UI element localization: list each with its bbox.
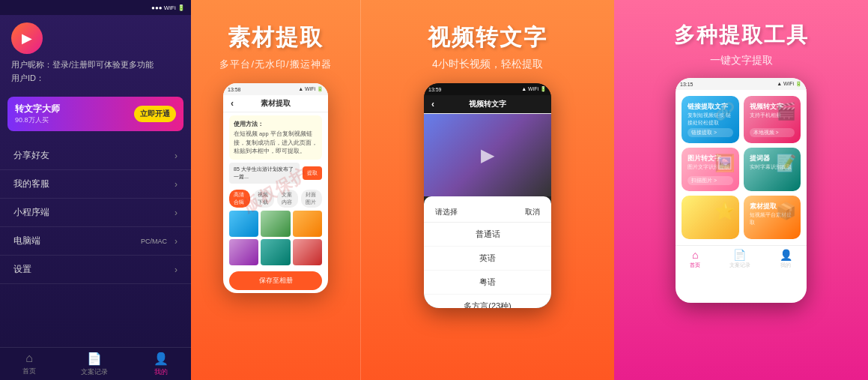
tabs-row: 高清合辑 视频下载 文案内容 封面图片: [223, 187, 328, 211]
phone-status-2: 13:58 ▲ WiFi 🔋: [223, 83, 328, 95]
status-time-3: 13:59: [428, 87, 442, 92]
tab-video[interactable]: 视频下载: [253, 190, 274, 208]
nav-record-label-1: 文案记录: [81, 367, 108, 377]
record-icon-1: 📄: [87, 352, 102, 366]
sheet-cancel-button[interactable]: 取消: [525, 207, 540, 217]
lang-cantonese[interactable]: 粤语: [424, 271, 551, 295]
user-prompt: 用户昵称：登录/注册即可体验更多功能: [11, 58, 154, 72]
menu-pc[interactable]: 电脑端 PC/MAC ›: [0, 227, 191, 256]
menu-settings-label: 设置: [13, 263, 31, 276]
tab-text[interactable]: 文案内容: [277, 190, 298, 208]
phone-status-3: 13:59 ▲ WiFi 🔋: [424, 83, 551, 95]
usage-hint: 使用方法： 在短视频 app 平台复制视频链接，复制成功后，进入此页面，粘贴到本…: [229, 115, 322, 160]
lang-english[interactable]: 英语: [424, 247, 551, 271]
status-time-4: 13:15: [680, 82, 694, 87]
hint-title: 使用方法：: [234, 120, 318, 128]
tool-image-text[interactable]: 图片转文字 图片文字识别提取 扫描图片 > 🖼️: [682, 148, 739, 191]
header-title-2: 素材提取: [261, 98, 291, 109]
extract-button[interactable]: 提取: [303, 166, 322, 180]
tool-video-text[interactable]: 视频转文字 支持手机相册 本地视频 > 🎬: [744, 96, 801, 143]
pc-badge: PC/MAC: [141, 238, 167, 245]
link-icon: 🔗: [714, 102, 735, 121]
chevron-icon-share: ›: [174, 151, 177, 161]
menu-miniapp-label: 小程序端: [13, 206, 49, 219]
panel-multi-tools: 多种提取工具 一键文字提取 13:15 ▲ WiFi 🔋 链接提取文字 复制短视…: [614, 0, 868, 380]
tools-subtitle: 一键文字提取: [710, 54, 773, 67]
input-row: 85 大学生出游计划发布了一篇... 提取: [229, 163, 322, 184]
chevron-icon-service: ›: [174, 179, 177, 190]
phone-header-2: ‹ 素材提取: [223, 95, 328, 112]
video-icon: 🎬: [776, 102, 796, 121]
tool-prompter[interactable]: 提词器 实时字幕识别提取 📝: [744, 148, 801, 191]
promo-sub: 90.8万人买: [15, 115, 60, 125]
status-time-2: 13:58: [228, 87, 241, 92]
chevron-icon-miniapp: ›: [174, 208, 177, 218]
video-scene: ▶: [424, 114, 551, 196]
nav-home-label-1: 首页: [22, 367, 36, 376]
back-icon-3: ‹: [431, 99, 434, 109]
image-grid: [223, 211, 328, 265]
lang-multi[interactable]: 多方言(23种): [424, 295, 551, 308]
panel-menu: ●●● WiFi 🔋 ▶ 用户昵称：登录/注册即可体验更多功能 用户ID： 转文…: [0, 0, 191, 380]
nav-record-4[interactable]: 📄 文案记录: [729, 249, 750, 269]
menu-miniapp[interactable]: 小程序端 ›: [0, 199, 191, 227]
promo-banner[interactable]: 转文字大师 90.8万人买 立即开通: [7, 97, 183, 131]
language-sheet: 请选择 取消 普通话 英语 粤语 多方言(23种) 越南语 马来语: [424, 196, 551, 308]
back-icon-2: ‹: [231, 98, 234, 109]
menu-service[interactable]: 我的客服 ›: [0, 170, 191, 199]
nav-mine-label-4: 我的: [780, 262, 791, 269]
bottom-nav-4: ⌂ 首页 📄 文案记录 👤 我的: [676, 245, 807, 272]
tab-cover[interactable]: 封面图片: [301, 190, 322, 208]
start-button[interactable]: 立即开通: [134, 106, 176, 122]
save-button[interactable]: 保存至相册: [229, 271, 322, 290]
menu-service-label: 我的客服: [13, 178, 49, 190]
material-icon: 📦: [776, 202, 796, 221]
lang-mandarin[interactable]: 普通话: [424, 223, 551, 247]
star-icon: ⭐: [714, 202, 735, 221]
thumb-5: [261, 239, 290, 265]
status-bar-1: ●●● WiFi 🔋: [0, 0, 191, 15]
avatar: ▶: [11, 22, 43, 54]
sheet-select-label: 请选择: [435, 207, 458, 217]
nav-mine-label-1: 我的: [154, 367, 168, 377]
chevron-icon-settings: ›: [174, 265, 177, 275]
header-title-3: 视频转文字: [469, 99, 506, 109]
nav-home-4[interactable]: ⌂ 首页: [690, 249, 700, 269]
nav-record-1[interactable]: 📄 文案记录: [81, 352, 108, 377]
nav-home-1[interactable]: ⌂ 首页: [22, 352, 36, 376]
tab-gallery[interactable]: 高清合辑: [229, 190, 250, 208]
image-icon: 🖼️: [714, 154, 735, 173]
url-input[interactable]: 85 大学生出游计划发布了一篇...: [229, 163, 300, 184]
sheet-header: 请选择 取消: [424, 202, 551, 223]
tool-link[interactable]: 链接提取文字 复制短视频链接 链接处轻松提取 链接提取 > 🔗: [682, 96, 739, 143]
status-icons-4: ▲ WiFi 🔋: [777, 81, 802, 87]
thumb-1: [229, 211, 258, 237]
thumb-6: [293, 239, 322, 265]
tool-star[interactable]: ⭐: [682, 196, 739, 239]
nav-home-label-4: 首页: [690, 262, 700, 269]
material-title: 素材提取: [228, 22, 324, 53]
tool-video-btn[interactable]: 本地视频 >: [750, 128, 795, 137]
tool-material[interactable]: 素材提取 短视频平台素材提取 📦: [744, 196, 801, 239]
menu-share[interactable]: 分享好友 ›: [0, 142, 191, 170]
video-text-title: 视频转文字: [428, 22, 547, 53]
tool-image-btn[interactable]: 扫描图片 >: [688, 176, 733, 185]
menu-settings[interactable]: 设置 ›: [0, 256, 191, 284]
phone-mockup-2: 13:58 ▲ WiFi 🔋 ‹ 素材提取 使用方法： 在短视频 app 平台复…: [223, 83, 328, 293]
panel-material: 素材提取 多平台/无水印/搬运神器 13:58 ▲ WiFi 🔋 ‹ 素材提取 …: [191, 0, 360, 380]
promo-info: 转文字大师 90.8万人买: [15, 103, 60, 125]
home-icon-4: ⌂: [692, 249, 698, 261]
status-time-1: ●●● WiFi 🔋: [151, 4, 185, 11]
video-area: ▶: [424, 114, 551, 196]
menu-share-label: 分享好友: [13, 149, 49, 162]
phone-header-3: ‹ 视频转文字: [424, 95, 551, 114]
user-id: 用户ID：: [11, 72, 44, 85]
promo-title: 转文字大师: [15, 103, 60, 115]
home-icon-1: ⌂: [25, 352, 33, 365]
material-subtitle: 多平台/无水印/搬运神器: [219, 58, 331, 71]
nav-mine-4[interactable]: 👤 我的: [780, 249, 792, 269]
nav-record-label-4: 文案记录: [729, 262, 750, 269]
phone-status-4: 13:15 ▲ WiFi 🔋: [676, 78, 807, 90]
tool-link-btn[interactable]: 链接提取 >: [688, 128, 733, 137]
nav-mine-1[interactable]: 👤 我的: [154, 352, 169, 377]
